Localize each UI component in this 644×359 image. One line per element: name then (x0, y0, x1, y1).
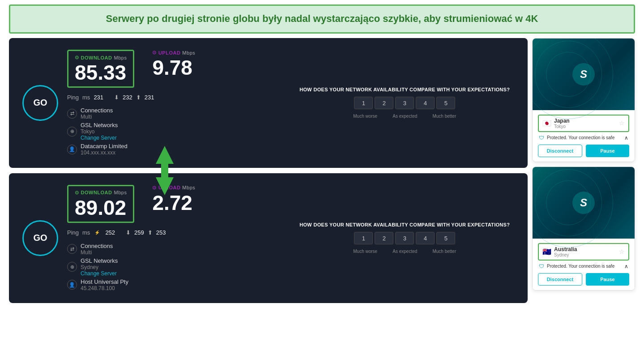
star-icon-1[interactable]: ☆ (619, 120, 625, 127)
vpn-flag-2: 🇦🇺 (542, 248, 551, 256)
disconnect-button-2[interactable]: Disconnect (538, 273, 582, 286)
detail-connections-1: ⇄ Connections Multi (67, 107, 286, 120)
vpn-logo-2: S (572, 192, 595, 214)
bolt-icon-2: ⚡ (94, 229, 101, 236)
download-value-1: 85.33 (75, 62, 127, 83)
vpn-app-header-1: S (533, 38, 635, 110)
survey-opt-2-2[interactable]: 2 (375, 232, 393, 244)
connections-label-1: Connections (81, 107, 113, 114)
survey-opt-1-2[interactable]: 2 (375, 97, 393, 109)
connections-value-2: Multi (81, 249, 113, 256)
pause-button-1[interactable]: Pause (586, 145, 629, 157)
survey-opt-2-4[interactable]: 4 (416, 232, 435, 244)
ping-up-1: 231 (145, 94, 154, 101)
survey-label-right-2: Much better (432, 249, 456, 254)
vpn-status-row-1: 🛡 Protected. Your connection is safe ∧ (538, 135, 629, 141)
upload-unit-1: Mbps (182, 50, 195, 56)
survey-opt-2-1[interactable]: 1 (354, 232, 373, 244)
network-label-1: GSL Networks (81, 122, 118, 128)
survey-grid-1: 1 2 3 4 5 (354, 97, 455, 109)
vpn-location-row-2: 🇦🇺 Australia Sydney ☆ (538, 243, 629, 261)
change-server-2[interactable]: Change Server (81, 270, 118, 277)
pause-button-2[interactable]: Pause (586, 273, 629, 286)
survey-label-left-1: Much worse (353, 114, 377, 119)
detail-connections-2: ⇄ Connections Multi (67, 243, 286, 256)
detail-host-2: 👤 Host Universal Pty 45.248.78.100 (67, 278, 286, 291)
survey-label-mid-1: As expected (392, 114, 417, 119)
vpn-status-row-2: 🛡 Protected. Your connection is safe ∧ (538, 263, 629, 269)
host-label-2: Host Universal Pty (81, 278, 128, 285)
vpn-status-text-1: Protected. Your connection is safe (547, 135, 622, 140)
survey-grid-2: 1 2 3 4 5 (354, 232, 455, 244)
connections-value-1: Multi (81, 114, 113, 120)
download-block-2: ⊙ DOWNLOAD Mbps 89.02 (67, 185, 134, 223)
upload-unit-2: Mbps (182, 185, 195, 190)
survey-opt-2-3[interactable]: 3 (395, 232, 414, 244)
survey-opt-1-4[interactable]: 4 (416, 97, 435, 109)
download-label-2: DOWNLOAD (81, 190, 112, 195)
survey-opt-1-3[interactable]: 3 (395, 97, 414, 109)
vpn-location-row-1: 🇯🇵 Japan Tokyo ☆ (538, 115, 629, 132)
location-1: Tokyo (81, 128, 118, 135)
vpn-buttons-2: Disconnect Pause (538, 273, 629, 286)
vpn-flag-1: 🇯🇵 (542, 119, 551, 128)
ping-label-2: Ping (67, 229, 79, 236)
network-survey-1: HOW DOES YOUR NETWORK AVAILABILITY COMPA… (295, 87, 515, 119)
ping-value-2: 252 (105, 229, 115, 236)
svg-marker-0 (156, 146, 174, 164)
survey-label-left-2: Much worse (353, 249, 377, 254)
header-title: Serwery po drugiej stronie globu były na… (19, 12, 625, 26)
vpn-city-2: Sydney (554, 252, 577, 257)
vpn-city-1: Tokyo (554, 124, 570, 129)
upload-value-1: 9.78 (152, 57, 195, 78)
ping-value-1: 231 (94, 94, 103, 101)
speedtest-panel: GO ⊙ DOWNLOAD Mbps 85.33 (9, 38, 528, 303)
survey-opt-1-1[interactable]: 1 (354, 97, 373, 109)
download-icon-2: ⊙ (75, 190, 79, 196)
ping-row-1: Ping ms 231 ⬇ 232 ⬆ 231 (67, 94, 286, 101)
download-value-2: 89.02 (75, 197, 127, 218)
vpn-app-header-2: S (533, 167, 635, 239)
change-server-1[interactable]: Change Server (81, 135, 118, 141)
ping-down-1: 232 (123, 94, 132, 101)
vpn-card-2: S 🇦🇺 Australia Sydney ☆ 🛡 Pro (532, 167, 635, 291)
upload-block-1: ⊙ UPLOAD Mbps 9.78 (152, 50, 195, 78)
network-icon-1: ⊕ (67, 127, 77, 137)
ping-row-2: Ping ms ⚡ 252 ⬇ 259 ⬆ 253 (67, 229, 286, 236)
disconnect-button-1[interactable]: Disconnect (538, 145, 582, 157)
upload-icon-1: ⊙ (152, 50, 157, 56)
host-label-1: Datacamp Limited (81, 143, 128, 150)
upload-label-1: UPLOAD (158, 50, 180, 56)
expand-icon-2[interactable]: ∧ (624, 263, 628, 269)
survey-opt-2-5[interactable]: 5 (436, 232, 455, 244)
vpn-app-body-1: 🇯🇵 Japan Tokyo ☆ 🛡 Protected. Your conne… (533, 110, 635, 162)
ping-unit-1: ms (82, 94, 90, 101)
shield-icon-1: 🛡 (539, 135, 544, 141)
expand-icon-1[interactable]: ∧ (624, 135, 628, 141)
shield-icon-2: 🛡 (539, 263, 544, 269)
survey-label-mid-2: As expected (392, 249, 417, 254)
network-label-2: GSL Networks (81, 257, 118, 264)
star-icon-2[interactable]: ☆ (619, 248, 625, 255)
survey-label-right-1: Much better (432, 114, 456, 119)
ping-unit-2: ms (82, 229, 90, 236)
detail-network-2: ⊕ GSL Networks Sydney Change Server (67, 257, 286, 277)
vpn-status-text-2: Protected. Your connection is safe (547, 264, 622, 269)
host-ip-1: 104.xxx.xx.xxx (81, 150, 128, 156)
ping-up-2: 253 (156, 229, 166, 236)
go-button-2[interactable]: GO (22, 220, 58, 256)
ping-down-2: 259 (134, 229, 144, 236)
vpn-card-1: S 🇯🇵 Japan Tokyo ☆ 🛡 Protecte (532, 38, 635, 162)
main-content: GO ⊙ DOWNLOAD Mbps 85.33 (0, 38, 644, 303)
download-icon-1: ⊙ (75, 55, 79, 60)
speed-info-1: ⊙ DOWNLOAD Mbps 85.33 ⊙ UPLOAD Mbps (67, 50, 286, 156)
download-block-1: ⊙ DOWNLOAD Mbps 85.33 (67, 50, 134, 88)
ping-label-1: Ping (67, 94, 79, 101)
survey-opt-1-5[interactable]: 5 (436, 97, 455, 109)
speed-info-2: ⊙ DOWNLOAD Mbps 89.02 ⊙ UPLOAD Mbps (67, 185, 286, 291)
speedtest-card-2: GO ⊙ DOWNLOAD Mbps 89.02 (9, 173, 528, 303)
host-icon-1: 👤 (67, 145, 77, 154)
vpn-buttons-1: Disconnect Pause (538, 145, 629, 157)
network-icon-2: ⊕ (67, 262, 77, 272)
go-button-1[interactable]: GO (22, 85, 58, 121)
